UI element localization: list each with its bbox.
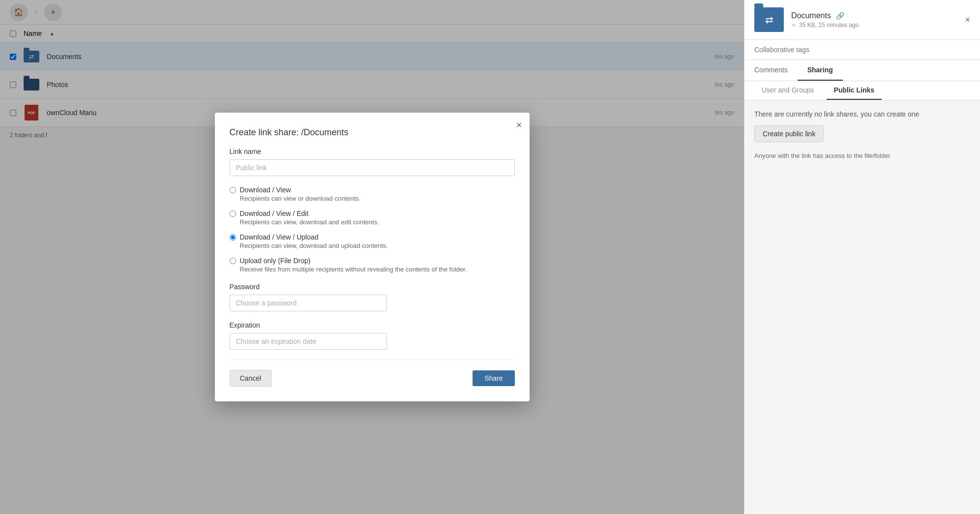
collaborative-tags-input[interactable] — [754, 46, 970, 54]
modal-overlay: × Create link share: /Documents Link nam… — [0, 0, 744, 514]
link-name-input[interactable] — [230, 159, 515, 176]
radio-label-download-view-upload: Download / View / Upload — [240, 233, 388, 241]
sidebar-content: There are currently no link shares, you … — [744, 100, 980, 514]
collaborative-tags-area[interactable] — [744, 40, 980, 60]
radio-option-download-view-upload: Download / View / Upload Recipients can … — [230, 233, 515, 249]
radio-desc-upload-only: Receive files from multiple recipients w… — [240, 266, 467, 273]
radio-label-upload-only: Upload only (File Drop) — [240, 257, 467, 265]
tab-sharing[interactable]: Sharing — [798, 60, 843, 81]
expiration-group: Expiration — [230, 321, 515, 350]
access-info-text: Anyone with the link has access to the f… — [754, 152, 970, 159]
no-shares-text: There are currently no link shares, you … — [754, 110, 970, 118]
modal-actions: Cancel Share — [230, 360, 515, 387]
subtab-user-and-groups[interactable]: User and Groups — [754, 81, 822, 100]
radio-label-download-view: Download / View — [240, 186, 361, 194]
share-button[interactable]: Share — [473, 370, 514, 386]
radio-download-view-upload[interactable] — [230, 234, 236, 241]
sidebar-file-meta: ★ 35 KB, 25 minutes ago — [791, 22, 859, 29]
radio-desc-download-view-edit: Recipients can view, download and edit c… — [240, 218, 379, 226]
password-input[interactable] — [230, 295, 387, 311]
modal-close-button[interactable]: × — [516, 120, 522, 130]
expiration-label: Expiration — [230, 321, 515, 329]
permission-radio-group: Download / View Recipients can view or d… — [230, 186, 515, 273]
modal-title: Create link share: /Documents — [230, 127, 515, 138]
sidebar-header: ⇄ Documents 🔗 ★ 35 KB, 25 minutes ago × — [744, 0, 980, 40]
link-name-label: Link name — [230, 148, 515, 155]
file-manager: 🏠 › + Name ▲ ⇄ Documents tes ago Ph — [0, 0, 744, 514]
sharing-subtabs: User and Groups Public Links — [744, 81, 980, 100]
password-group: Password — [230, 283, 515, 311]
sidebar-file-info: Documents 🔗 ★ 35 KB, 25 minutes ago — [791, 11, 859, 29]
subtab-public-links[interactable]: Public Links — [827, 81, 882, 100]
expiration-input[interactable] — [230, 333, 387, 350]
radio-option-download-view-edit: Download / View / Edit Recipients can vi… — [230, 210, 515, 226]
star-icon: ★ — [791, 22, 797, 29]
sidebar-close-button[interactable]: × — [965, 15, 970, 25]
radio-desc-download-view: Recipients can view or download contents… — [240, 195, 361, 202]
password-label: Password — [230, 283, 515, 291]
radio-download-view-edit[interactable] — [230, 211, 236, 217]
radio-option-upload-only: Upload only (File Drop) Receive files fr… — [230, 257, 515, 273]
radio-desc-download-view-upload: Recipients can view, download and upload… — [240, 242, 388, 249]
sidebar: ⇄ Documents 🔗 ★ 35 KB, 25 minutes ago × … — [744, 0, 980, 514]
sidebar-main-tabs: Comments Sharing — [744, 60, 980, 81]
radio-option-download-view: Download / View Recipients can view or d… — [230, 186, 515, 202]
expiration-input-wrapper — [230, 333, 387, 350]
create-link-modal: × Create link share: /Documents Link nam… — [215, 113, 530, 401]
file-size-meta: 35 KB, 25 minutes ago — [799, 22, 859, 29]
radio-upload-only[interactable] — [230, 258, 236, 264]
tab-comments[interactable]: Comments — [744, 60, 798, 81]
radio-download-view[interactable] — [230, 187, 236, 193]
password-input-wrapper — [230, 295, 387, 311]
create-public-link-button[interactable]: Create public link — [754, 125, 824, 142]
file-link-icon: 🔗 — [836, 12, 844, 20]
radio-label-download-view-edit: Download / View / Edit — [240, 210, 379, 217]
file-preview-icon: ⇄ — [754, 7, 784, 32]
link-name-group: Link name — [230, 148, 515, 176]
cancel-button[interactable]: Cancel — [230, 370, 272, 387]
sidebar-file-title: Documents — [791, 11, 831, 20]
